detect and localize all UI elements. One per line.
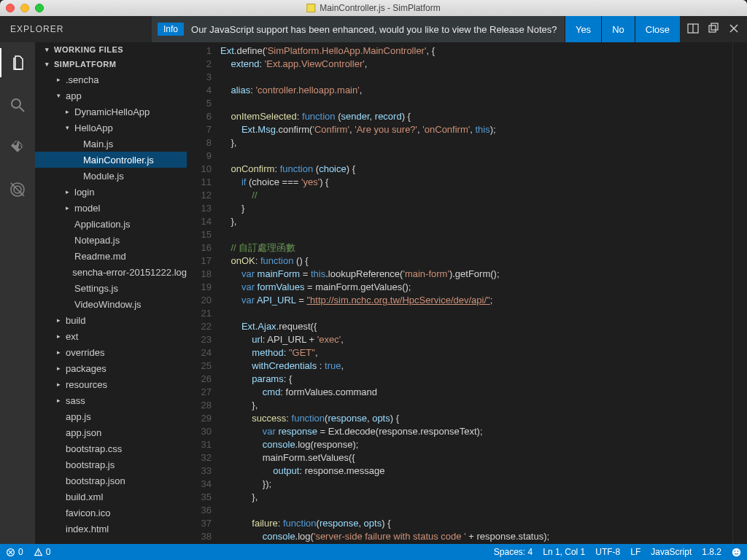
tree-item[interactable]: ▸resources bbox=[35, 376, 187, 392]
tree-item-label: Main.js bbox=[83, 139, 113, 149]
tree-item[interactable]: MainController.js bbox=[35, 152, 187, 168]
tree-item-label: bootstrap.json bbox=[66, 475, 125, 486]
tree-item-label: login bbox=[74, 187, 94, 198]
tree-item-label: sencha-error-20151222.log bbox=[72, 267, 187, 278]
editor[interactable]: 1234567891011121314151617181920212223242… bbox=[187, 42, 747, 544]
tree-item-label: Settings.js bbox=[74, 283, 118, 294]
tree-item[interactable]: ▸overrides bbox=[35, 344, 187, 360]
close-window-button[interactable] bbox=[6, 4, 15, 12]
tree-item[interactable]: Module.js bbox=[35, 168, 187, 184]
open-external-icon[interactable] bbox=[708, 23, 719, 36]
tree-item-label: model bbox=[74, 203, 100, 214]
tree-item[interactable]: ▾HelloApp bbox=[35, 120, 187, 136]
titlebar-close-icon[interactable] bbox=[728, 23, 740, 36]
tree-item-label: VideoWindow.js bbox=[74, 299, 142, 310]
tree-item[interactable]: Application.js bbox=[35, 216, 187, 232]
info-badge: Info bbox=[158, 23, 184, 36]
tree-item[interactable]: ▸sass bbox=[35, 392, 187, 408]
tree-item-label: MainController.js bbox=[83, 155, 154, 166]
status-warnings[interactable]: 0 bbox=[34, 547, 51, 557]
tree-item[interactable]: ▸.sencha bbox=[35, 71, 187, 88]
tree-item[interactable]: index.html bbox=[35, 521, 187, 537]
tree-item[interactable]: VideoWindow.js bbox=[35, 296, 187, 312]
activity-debug[interactable] bbox=[0, 175, 35, 204]
explorer-header: EXPLORER bbox=[0, 16, 152, 42]
notification-close-button[interactable]: Close bbox=[635, 16, 680, 42]
tree-item-label: bootstrap.js bbox=[66, 459, 115, 470]
section-project[interactable]: ▾SIMPLATFORM bbox=[35, 57, 187, 71]
tree-item-label: resources bbox=[66, 379, 107, 390]
svg-point-6 bbox=[12, 99, 20, 108]
status-version[interactable]: 1.8.2 bbox=[702, 547, 721, 557]
tree-item-label: favicon.ico bbox=[66, 508, 110, 518]
tree-item[interactable]: Notepad.js bbox=[35, 232, 187, 248]
tree-item-label: app.json bbox=[66, 427, 101, 438]
tree-item-label: build.xml bbox=[66, 491, 103, 502]
status-cursor[interactable]: Ln 1, Col 1 bbox=[543, 547, 585, 557]
window-title: MainController.js - SimPlatform bbox=[320, 3, 440, 13]
notification-text: Our JavaScript support has been enhanced… bbox=[191, 24, 557, 35]
tree-item[interactable]: favicon.ico bbox=[35, 505, 187, 521]
tree-item-label: DynamicHelloApp bbox=[74, 106, 150, 117]
status-eol[interactable]: LF bbox=[630, 547, 640, 557]
gutter: 1234567891011121314151617181920212223242… bbox=[187, 42, 220, 544]
status-language[interactable]: JavaScript bbox=[651, 547, 692, 557]
tree-item-label: bootstrap.css bbox=[66, 443, 122, 454]
minimize-window-button[interactable] bbox=[20, 4, 29, 12]
tree-item-label: sass bbox=[66, 395, 85, 406]
notification-yes-button[interactable]: Yes bbox=[565, 16, 601, 42]
tree-item-label: Module.js bbox=[83, 171, 124, 182]
tree-item-label: app bbox=[66, 90, 82, 101]
split-editor-icon[interactable] bbox=[687, 23, 699, 36]
svg-rect-2 bbox=[709, 26, 716, 32]
sidebar: ▾WORKING FILES ▾SIMPLATFORM ▸.sencha▾app… bbox=[35, 42, 187, 544]
tree-item[interactable]: ▾app bbox=[35, 88, 187, 104]
status-feedback-icon[interactable] bbox=[732, 548, 741, 557]
tree-item[interactable]: sencha-error-20151222.log bbox=[35, 264, 187, 280]
minimap[interactable] bbox=[732, 42, 747, 544]
tree-item-label: ext bbox=[66, 331, 78, 342]
activity-git[interactable] bbox=[0, 133, 35, 162]
tree-item-label: app.js bbox=[66, 411, 91, 422]
tree-item[interactable]: ▸build bbox=[35, 312, 187, 328]
tree-item[interactable]: build.xml bbox=[35, 489, 187, 505]
tree-item[interactable]: app.js bbox=[35, 408, 187, 424]
tree-item-label: Application.js bbox=[74, 219, 131, 230]
svg-point-15 bbox=[38, 553, 39, 554]
status-spaces[interactable]: Spaces: 4 bbox=[494, 547, 533, 557]
tree-item-label: .sencha bbox=[66, 74, 99, 85]
tree-item[interactable]: ▸DynamicHelloApp bbox=[35, 104, 187, 120]
svg-point-18 bbox=[738, 551, 739, 552]
topbar: EXPLORER Info Our JavaScript support has… bbox=[0, 16, 747, 42]
svg-point-16 bbox=[732, 548, 740, 556]
file-js-icon bbox=[306, 4, 315, 12]
titlebar: MainController.js - SimPlatform bbox=[0, 0, 747, 16]
tree-item[interactable]: bootstrap.css bbox=[35, 440, 187, 456]
tree-item-label: HelloApp bbox=[74, 122, 113, 133]
tree-item[interactable]: Main.js bbox=[35, 136, 187, 152]
tree-item[interactable]: Readme.md bbox=[35, 248, 187, 264]
activity-search[interactable] bbox=[0, 90, 35, 120]
section-working-files[interactable]: ▾WORKING FILES bbox=[35, 42, 187, 57]
svg-point-17 bbox=[735, 551, 736, 552]
svg-line-7 bbox=[20, 107, 24, 112]
tree-item[interactable]: app.json bbox=[35, 424, 187, 440]
status-encoding[interactable]: UTF-8 bbox=[595, 547, 620, 557]
zoom-window-button[interactable] bbox=[35, 4, 44, 12]
tree-item[interactable]: ▸packages bbox=[35, 360, 187, 376]
activity-explorer[interactable] bbox=[0, 48, 35, 77]
notification-bar: Info Our JavaScript support has been enh… bbox=[152, 16, 565, 42]
tree-item[interactable]: ▸model bbox=[35, 200, 187, 216]
tree-item-label: overrides bbox=[66, 347, 104, 358]
tree-item[interactable]: bootstrap.json bbox=[35, 472, 187, 489]
tree-item[interactable]: ▸ext bbox=[35, 328, 187, 344]
code-area[interactable]: Ext.define('SimPlatform.HelloApp.MainCon… bbox=[220, 42, 732, 544]
tree-item-label: Notepad.js bbox=[74, 235, 120, 246]
svg-rect-3 bbox=[711, 23, 718, 30]
notification-no-button[interactable]: No bbox=[601, 16, 635, 42]
tree-item[interactable]: ▸login bbox=[35, 184, 187, 200]
status-errors[interactable]: 0 bbox=[6, 547, 23, 557]
tree-item[interactable]: bootstrap.js bbox=[35, 456, 187, 472]
tree-item[interactable]: Settings.js bbox=[35, 280, 187, 296]
tree-item-label: index.html bbox=[66, 524, 109, 534]
